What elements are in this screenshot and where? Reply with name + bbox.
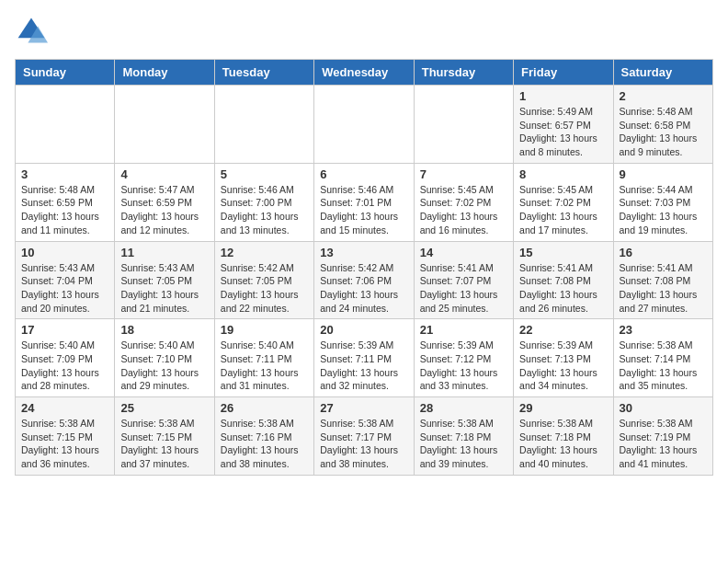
day-number: 20 [320,323,407,337]
day-number: 30 [620,401,707,415]
day-number: 22 [519,323,607,337]
calendar-cell [115,86,214,164]
calendar-cell: 10Sunrise: 5:43 AM Sunset: 7:04 PM Dayli… [16,241,115,319]
logo [15,15,53,48]
calendar-cell [314,86,414,164]
day-number: 10 [21,246,108,259]
day-info: Sunrise: 5:39 AM Sunset: 7:13 PM Dayligh… [519,339,607,393]
calendar-cell: 7Sunrise: 5:45 AM Sunset: 7:02 PM Daylig… [414,163,513,241]
day-number: 24 [21,401,108,415]
calendar-cell: 4Sunrise: 5:47 AM Sunset: 6:59 PM Daylig… [115,163,214,241]
day-info: Sunrise: 5:38 AM Sunset: 7:18 PM Dayligh… [519,417,607,471]
day-info: Sunrise: 5:38 AM Sunset: 7:14 PM Dayligh… [620,339,707,393]
day-number: 4 [120,167,208,181]
calendar-cell: 14Sunrise: 5:41 AM Sunset: 7:07 PM Dayli… [414,241,513,319]
calendar-cell: 27Sunrise: 5:38 AM Sunset: 7:17 PM Dayli… [314,397,414,476]
day-number: 9 [620,167,707,181]
calendar-cell: 26Sunrise: 5:38 AM Sunset: 7:16 PM Dayli… [214,397,313,476]
weekday-header-tuesday: Tuesday [214,60,313,86]
calendar-cell: 20Sunrise: 5:39 AM Sunset: 7:11 PM Dayli… [314,319,414,397]
calendar-cell [16,86,115,164]
calendar-cell: 21Sunrise: 5:39 AM Sunset: 7:12 PM Dayli… [414,319,513,397]
day-info: Sunrise: 5:38 AM Sunset: 7:19 PM Dayligh… [620,417,707,471]
calendar-cell: 11Sunrise: 5:43 AM Sunset: 7:05 PM Dayli… [115,241,214,319]
calendar-cell: 5Sunrise: 5:46 AM Sunset: 7:00 PM Daylig… [214,163,313,241]
weekday-header-friday: Friday [514,60,613,86]
day-number: 7 [420,167,507,181]
weekday-header-row: SundayMondayTuesdayWednesdayThursdayFrid… [16,60,713,86]
day-number: 13 [320,246,407,259]
calendar-cell: 13Sunrise: 5:42 AM Sunset: 7:06 PM Dayli… [314,241,414,319]
day-info: Sunrise: 5:40 AM Sunset: 7:11 PM Dayligh… [221,339,308,393]
calendar-week-row: 3Sunrise: 5:48 AM Sunset: 6:59 PM Daylig… [16,163,713,241]
calendar-cell: 12Sunrise: 5:42 AM Sunset: 7:05 PM Dayli… [214,241,313,319]
day-number: 2 [620,89,707,103]
day-info: Sunrise: 5:39 AM Sunset: 7:11 PM Dayligh… [320,339,407,393]
day-info: Sunrise: 5:45 AM Sunset: 7:02 PM Dayligh… [519,183,607,237]
day-info: Sunrise: 5:40 AM Sunset: 7:09 PM Dayligh… [21,339,108,393]
day-info: Sunrise: 5:38 AM Sunset: 7:18 PM Dayligh… [420,417,507,471]
weekday-header-wednesday: Wednesday [314,60,414,86]
calendar-cell: 1Sunrise: 5:49 AM Sunset: 6:57 PM Daylig… [514,86,613,164]
day-info: Sunrise: 5:38 AM Sunset: 7:16 PM Dayligh… [221,417,308,471]
day-info: Sunrise: 5:45 AM Sunset: 7:02 PM Dayligh… [420,183,507,237]
day-info: Sunrise: 5:38 AM Sunset: 7:15 PM Dayligh… [120,417,208,471]
calendar-cell: 18Sunrise: 5:40 AM Sunset: 7:10 PM Dayli… [115,319,214,397]
day-info: Sunrise: 5:43 AM Sunset: 7:05 PM Dayligh… [120,261,208,316]
day-info: Sunrise: 5:49 AM Sunset: 6:57 PM Dayligh… [519,105,607,159]
day-info: Sunrise: 5:38 AM Sunset: 7:17 PM Dayligh… [320,417,407,471]
day-info: Sunrise: 5:44 AM Sunset: 7:03 PM Dayligh… [620,183,707,237]
day-info: Sunrise: 5:46 AM Sunset: 7:00 PM Dayligh… [221,183,308,237]
day-number: 17 [21,323,108,337]
calendar-cell: 16Sunrise: 5:41 AM Sunset: 7:08 PM Dayli… [613,241,712,319]
weekday-header-sunday: Sunday [16,60,115,86]
day-info: Sunrise: 5:48 AM Sunset: 6:59 PM Dayligh… [21,183,108,237]
day-info: Sunrise: 5:39 AM Sunset: 7:12 PM Dayligh… [420,339,507,393]
day-number: 11 [120,246,208,259]
weekday-header-thursday: Thursday [414,60,513,86]
day-info: Sunrise: 5:48 AM Sunset: 6:58 PM Dayligh… [620,105,707,159]
day-info: Sunrise: 5:41 AM Sunset: 7:08 PM Dayligh… [620,261,707,316]
calendar-cell: 29Sunrise: 5:38 AM Sunset: 7:18 PM Dayli… [514,397,613,476]
day-number: 16 [620,246,707,259]
calendar-cell: 17Sunrise: 5:40 AM Sunset: 7:09 PM Dayli… [16,319,115,397]
calendar-cell: 22Sunrise: 5:39 AM Sunset: 7:13 PM Dayli… [514,319,613,397]
calendar-cell: 19Sunrise: 5:40 AM Sunset: 7:11 PM Dayli… [214,319,313,397]
day-number: 14 [420,246,507,259]
day-number: 19 [221,323,308,337]
calendar-week-row: 24Sunrise: 5:38 AM Sunset: 7:15 PM Dayli… [16,397,713,476]
day-info: Sunrise: 5:38 AM Sunset: 7:15 PM Dayligh… [21,417,108,471]
calendar-week-row: 17Sunrise: 5:40 AM Sunset: 7:09 PM Dayli… [16,319,713,397]
day-number: 6 [320,167,407,181]
calendar-cell: 25Sunrise: 5:38 AM Sunset: 7:15 PM Dayli… [115,397,214,476]
day-number: 12 [221,246,308,259]
day-number: 18 [120,323,208,337]
calendar-cell: 9Sunrise: 5:44 AM Sunset: 7:03 PM Daylig… [613,163,712,241]
day-number: 21 [420,323,507,337]
day-number: 25 [120,401,208,415]
logo-icon [15,15,48,48]
day-number: 5 [221,167,308,181]
day-number: 29 [519,401,607,415]
calendar-week-row: 10Sunrise: 5:43 AM Sunset: 7:04 PM Dayli… [16,241,713,319]
day-number: 1 [519,89,607,103]
calendar-cell: 24Sunrise: 5:38 AM Sunset: 7:15 PM Dayli… [16,397,115,476]
calendar-week-row: 1Sunrise: 5:49 AM Sunset: 6:57 PM Daylig… [16,86,713,164]
day-number: 8 [519,167,607,181]
day-number: 3 [21,167,108,181]
calendar-cell: 3Sunrise: 5:48 AM Sunset: 6:59 PM Daylig… [16,163,115,241]
calendar-cell: 28Sunrise: 5:38 AM Sunset: 7:18 PM Dayli… [414,397,513,476]
day-number: 27 [320,401,407,415]
calendar-cell: 23Sunrise: 5:38 AM Sunset: 7:14 PM Dayli… [613,319,712,397]
calendar-cell: 30Sunrise: 5:38 AM Sunset: 7:19 PM Dayli… [613,397,712,476]
weekday-header-monday: Monday [115,60,214,86]
calendar-cell: 6Sunrise: 5:46 AM Sunset: 7:01 PM Daylig… [314,163,414,241]
day-info: Sunrise: 5:42 AM Sunset: 7:05 PM Dayligh… [221,261,308,316]
day-info: Sunrise: 5:41 AM Sunset: 7:08 PM Dayligh… [519,261,607,316]
day-info: Sunrise: 5:40 AM Sunset: 7:10 PM Dayligh… [120,339,208,393]
day-number: 28 [420,401,507,415]
day-info: Sunrise: 5:46 AM Sunset: 7:01 PM Dayligh… [320,183,407,237]
day-info: Sunrise: 5:47 AM Sunset: 6:59 PM Dayligh… [120,183,208,237]
day-number: 15 [519,246,607,259]
calendar-cell [414,86,513,164]
